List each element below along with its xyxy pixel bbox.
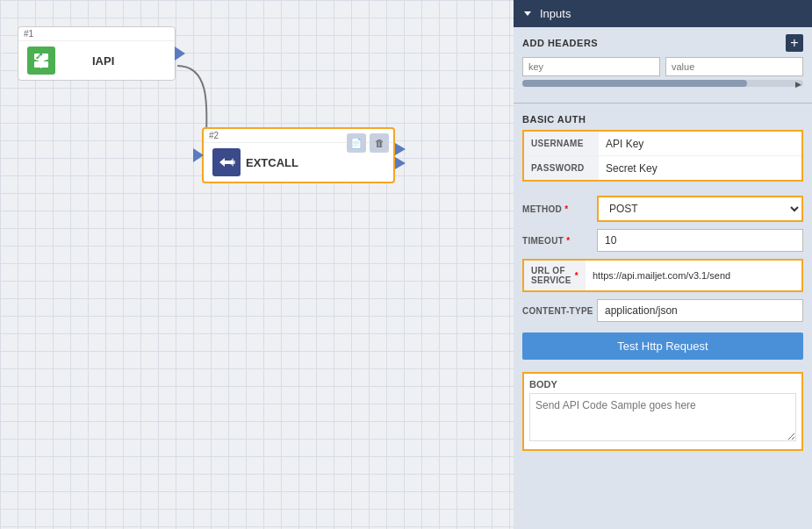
- svg-marker-7: [36, 55, 47, 66]
- headers-scrollbar[interactable]: ▶: [522, 80, 803, 87]
- timeout-section: TIMEOUT *: [514, 227, 812, 257]
- node-2-actions: 📄 🗑: [347, 133, 389, 153]
- content-type-label: CONTENT-TYPE: [522, 306, 597, 316]
- username-input[interactable]: [599, 132, 801, 155]
- inputs-panel: Inputs ADD HEADERS + ▶ BASIC AUTH USERNA…: [514, 0, 812, 529]
- workflow-canvas: #1: [0, 0, 514, 529]
- method-section: METHOD * POST GET PUT DELETE PATCH: [514, 194, 812, 227]
- password-label: PASSWORD: [524, 156, 599, 180]
- content-type-input[interactable]: [597, 299, 803, 322]
- node-1[interactable]: #1: [18, 26, 176, 81]
- method-row: METHOD * POST GET PUT DELETE PATCH: [522, 196, 803, 222]
- svg-rect-9: [41, 65, 45, 67]
- scroll-right-arrow: ▶: [795, 80, 801, 89]
- svg-point-13: [79, 64, 84, 69]
- delete-node-icon[interactable]: 🗑: [370, 133, 389, 153]
- method-required: *: [564, 204, 568, 214]
- node-2-right-connector-top[interactable]: [395, 143, 406, 155]
- panel-header: Inputs: [514, 0, 812, 27]
- basic-auth-section: BASIC AUTH USERNAME PASSWORD: [514, 107, 812, 194]
- divider-1: [514, 103, 812, 104]
- timeout-label: TIMEOUT *: [522, 236, 597, 246]
- password-row: PASSWORD: [524, 156, 801, 180]
- url-input[interactable]: [586, 261, 801, 290]
- body-section: BODY: [522, 372, 803, 451]
- url-required: *: [575, 271, 578, 281]
- node-2-left-connector[interactable]: [193, 148, 204, 162]
- basic-auth-title: BASIC AUTH: [522, 114, 803, 125]
- timeout-row: TIMEOUT *: [522, 229, 803, 252]
- url-label: URL OF SERVICE *: [524, 261, 586, 290]
- body-section-wrapper: BODY: [514, 365, 812, 458]
- add-headers-title: ADD HEADERS +: [522, 34, 803, 52]
- test-button-section: Test Http Request: [514, 327, 812, 365]
- panel-header-label: Inputs: [540, 7, 571, 20]
- username-row: USERNAME: [524, 132, 801, 156]
- node-1-icon: [27, 46, 55, 75]
- timeout-required: *: [566, 236, 570, 246]
- header-key-input[interactable]: [522, 57, 660, 76]
- method-label: METHOD *: [522, 204, 597, 214]
- headers-input-row: [522, 57, 803, 76]
- node-2[interactable]: #2 EXTCALL 📄 🗑: [202, 127, 395, 183]
- node-1-title: IAPI: [92, 54, 114, 68]
- content-type-section: CONTENT-TYPE: [514, 297, 812, 327]
- node-2-title: EXTCALL: [246, 156, 298, 169]
- svg-point-11: [63, 64, 68, 69]
- password-input[interactable]: [599, 157, 801, 180]
- node-1-right-connector[interactable]: [175, 46, 185, 61]
- basic-auth-fields: USERNAME PASSWORD: [522, 130, 803, 182]
- node-2-icon: [212, 148, 241, 176]
- body-textarea[interactable]: [529, 393, 796, 441]
- test-http-button[interactable]: Test Http Request: [522, 332, 803, 360]
- node-1-label: #1: [18, 27, 175, 41]
- header-value-input[interactable]: [665, 57, 803, 76]
- svg-point-12: [71, 64, 76, 69]
- panel-chevron-icon: [524, 11, 531, 16]
- body-title: BODY: [529, 379, 796, 390]
- add-headers-section: ADD HEADERS + ▶: [514, 27, 812, 99]
- headers-scrollbar-thumb: [522, 80, 747, 87]
- url-section: URL OF SERVICE *: [514, 257, 812, 297]
- svg-marker-15: [228, 158, 235, 167]
- add-header-button[interactable]: +: [786, 34, 803, 52]
- url-row: URL OF SERVICE *: [522, 259, 803, 292]
- timeout-input[interactable]: [597, 229, 803, 252]
- add-node-icon[interactable]: 📄: [347, 133, 366, 153]
- username-label: USERNAME: [524, 132, 599, 155]
- content-type-row: CONTENT-TYPE: [522, 299, 803, 322]
- method-select[interactable]: POST GET PUT DELETE PATCH: [597, 196, 803, 222]
- svg-rect-8: [38, 65, 41, 67]
- node-2-right-connector-bottom[interactable]: [395, 157, 406, 169]
